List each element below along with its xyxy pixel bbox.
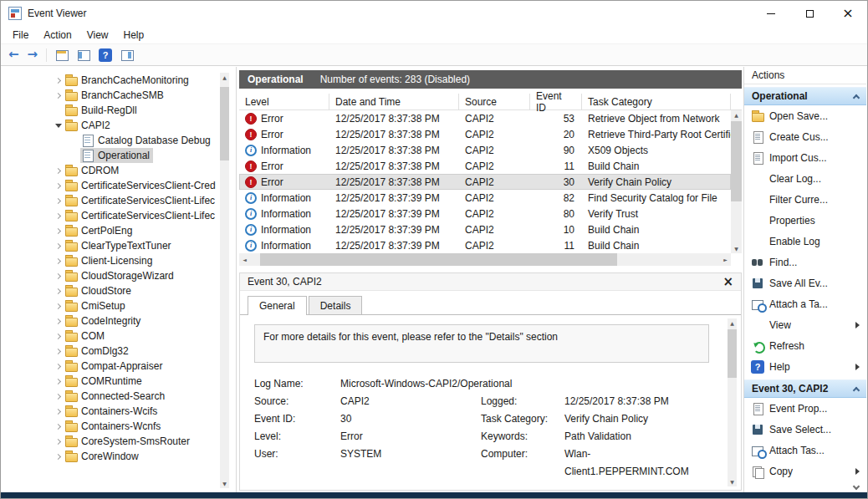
chevron-down-icon[interactable] bbox=[54, 124, 63, 128]
scroll-up-icon[interactable]: ▲ bbox=[731, 110, 742, 120]
tree-item-corewindow[interactable]: CoreWindow bbox=[2, 449, 236, 464]
scroll-down-icon[interactable]: ▼ bbox=[728, 477, 737, 486]
action-enable-log[interactable]: Enable Log bbox=[744, 231, 866, 252]
action-help[interactable]: Help bbox=[744, 356, 866, 377]
back-icon[interactable]: ← bbox=[8, 48, 19, 61]
menu-file[interactable]: File bbox=[5, 28, 36, 43]
column-header-date-and-time[interactable]: Date and Time bbox=[329, 94, 459, 109]
forward-icon[interactable]: → bbox=[28, 48, 38, 61]
chevron-right-icon[interactable] bbox=[54, 379, 63, 384]
tree-item-cleartypetexttuner[interactable]: ClearTypeTextTuner bbox=[2, 238, 236, 253]
action-properties[interactable]: Properties bbox=[744, 210, 866, 231]
chevron-right-icon[interactable] bbox=[54, 440, 63, 444]
tree-item-client-licensing[interactable]: Client-Licensing bbox=[2, 253, 236, 268]
scroll-right-icon[interactable]: ► bbox=[720, 253, 731, 266]
scroll-up-icon[interactable]: ▲ bbox=[728, 318, 737, 328]
tree-item-connected-search[interactable]: Connected-Search bbox=[2, 389, 236, 404]
tree-item-cloudstoragewizard[interactable]: CloudStorageWizard bbox=[2, 268, 236, 283]
tree-item-comruntime[interactable]: COMRuntime bbox=[2, 374, 236, 389]
chevron-right-icon[interactable] bbox=[54, 364, 63, 369]
chevron-right-icon[interactable] bbox=[54, 259, 63, 263]
event-row-30[interactable]: !Error12/25/2017 8:37:38 PMCAPI230Verify… bbox=[239, 174, 731, 190]
chevron-right-icon[interactable] bbox=[54, 319, 63, 323]
tree-item-cloudstore[interactable]: CloudStore bbox=[2, 283, 236, 298]
column-header-task-category[interactable]: Task Category bbox=[582, 94, 731, 109]
tree-item-certificateservicesclient-lifec[interactable]: CertificateServicesClient-Lifec bbox=[2, 208, 236, 223]
collapse-section-icon[interactable] bbox=[853, 386, 860, 393]
event-row-82[interactable]: iInformation12/25/2017 8:37:39 PMCAPI282… bbox=[239, 190, 731, 206]
scrollbar-track[interactable] bbox=[250, 253, 720, 266]
scroll-down-icon[interactable]: ▼ bbox=[731, 244, 742, 253]
show-action-pane-icon[interactable] bbox=[120, 48, 134, 62]
column-header-level[interactable]: Level bbox=[239, 94, 329, 109]
tree-item-compat-appraiser[interactable]: Compat-Appraiser bbox=[2, 359, 236, 374]
action-view[interactable]: View bbox=[744, 314, 866, 335]
scrollbar-thumb[interactable] bbox=[728, 329, 737, 378]
help-toolbar-icon[interactable] bbox=[99, 48, 112, 62]
chevron-right-icon[interactable] bbox=[54, 410, 63, 414]
action-event-prop[interactable]: Event Prop... bbox=[744, 398, 866, 419]
menu-view[interactable]: View bbox=[79, 28, 116, 43]
tree-item-cmisetup[interactable]: CmiSetup bbox=[2, 298, 236, 313]
scrollbar-track[interactable] bbox=[220, 82, 229, 479]
actions-section-operational[interactable]: Operational bbox=[744, 87, 866, 105]
chevron-right-icon[interactable] bbox=[54, 304, 63, 308]
minimize-button[interactable] bbox=[752, 1, 790, 26]
action-filter-curre[interactable]: Filter Curre... bbox=[744, 189, 866, 210]
action-find[interactable]: Find... bbox=[744, 252, 866, 272]
scrollbar-thumb[interactable] bbox=[260, 253, 617, 266]
scrollbar-track[interactable] bbox=[731, 120, 742, 244]
tree-item-branchcachemonitoring[interactable]: BranchCacheMonitoring bbox=[2, 73, 236, 88]
tree-item-certificateservicesclient-cred[interactable]: CertificateServicesClient-Cred bbox=[2, 178, 236, 193]
action-import-cus[interactable]: Import Cus... bbox=[744, 147, 866, 168]
action-open-save[interactable]: Open Save... bbox=[744, 105, 866, 126]
chevron-right-icon[interactable] bbox=[54, 334, 63, 339]
tree-item-containers-wcifs[interactable]: Containers-Wcifs bbox=[2, 404, 236, 419]
scrollbar-thumb[interactable] bbox=[220, 87, 229, 160]
action-refresh[interactable]: Refresh bbox=[744, 335, 866, 356]
chevron-right-icon[interactable] bbox=[54, 229, 63, 233]
event-row-80[interactable]: iInformation12/25/2017 8:37:39 PMCAPI280… bbox=[239, 206, 731, 221]
action-copy[interactable]: Copy bbox=[744, 461, 866, 481]
tree-item-operational[interactable]: Operational bbox=[2, 148, 236, 163]
chevron-right-icon[interactable] bbox=[54, 425, 63, 429]
chevron-right-icon[interactable] bbox=[54, 94, 63, 98]
chevron-right-icon[interactable] bbox=[54, 169, 63, 173]
tab-general[interactable]: General bbox=[248, 296, 307, 315]
close-button[interactable]: × bbox=[829, 1, 867, 26]
tree-item-catalog-database-debug[interactable]: Catalog Database Debug bbox=[2, 133, 236, 148]
maximize-button[interactable] bbox=[790, 1, 829, 26]
tree-item-cdrom[interactable]: CDROM bbox=[2, 163, 236, 178]
event-row-20[interactable]: !Error12/25/2017 8:37:38 PMCAPI220Retrie… bbox=[239, 126, 731, 142]
scroll-down-icon[interactable]: ▼ bbox=[220, 479, 229, 488]
action-clear-log[interactable]: Clear Log... bbox=[744, 168, 866, 189]
chevron-right-icon[interactable] bbox=[54, 214, 63, 218]
event-row-11[interactable]: !Error12/25/2017 8:37:38 PMCAPI211Build … bbox=[239, 158, 731, 174]
menu-help[interactable]: Help bbox=[116, 28, 152, 43]
actions-scroll-down-icon[interactable] bbox=[853, 483, 860, 490]
event-row-53[interactable]: !Error12/25/2017 8:37:38 PMCAPI253Retrie… bbox=[239, 110, 731, 126]
column-header-event-id[interactable]: Event ID bbox=[530, 94, 582, 109]
scrollbar-thumb[interactable] bbox=[731, 121, 742, 201]
action-save-all-ev[interactable]: Save All Ev... bbox=[744, 272, 866, 293]
tree-item-branchcachesmb[interactable]: BranchCacheSMB bbox=[2, 88, 236, 103]
events-scrollbar[interactable]: ▲ ▼ bbox=[731, 110, 742, 253]
tree-item-certpoleng[interactable]: CertPolEng bbox=[2, 223, 236, 238]
chevron-right-icon[interactable] bbox=[54, 244, 63, 248]
chevron-right-icon[interactable] bbox=[54, 79, 63, 83]
tree-item-build-regdll[interactable]: Build-RegDll bbox=[2, 103, 236, 118]
export-list-icon[interactable] bbox=[77, 48, 90, 62]
chevron-right-icon[interactable] bbox=[54, 274, 63, 278]
event-row-10[interactable]: iInformation12/25/2017 8:37:39 PMCAPI210… bbox=[239, 221, 731, 237]
tree-item-comdlg32[interactable]: ComDlg32 bbox=[2, 344, 236, 359]
event-row-11[interactable]: iInformation12/25/2017 8:37:39 PMCAPI211… bbox=[239, 237, 731, 253]
tree-item-capi2[interactable]: CAPI2 bbox=[2, 118, 236, 133]
collapse-section-icon[interactable] bbox=[853, 94, 860, 100]
action-attach-tas[interactable]: Attach Tas... bbox=[744, 440, 866, 461]
menu-action[interactable]: Action bbox=[36, 28, 79, 43]
show-console-tree-icon[interactable] bbox=[55, 48, 69, 62]
chevron-right-icon[interactable] bbox=[54, 184, 63, 188]
scroll-up-icon[interactable]: ▲ bbox=[220, 73, 229, 82]
scroll-left-icon[interactable]: ◄ bbox=[239, 253, 250, 266]
action-attach-a-ta[interactable]: Attach a Ta... bbox=[744, 293, 866, 314]
